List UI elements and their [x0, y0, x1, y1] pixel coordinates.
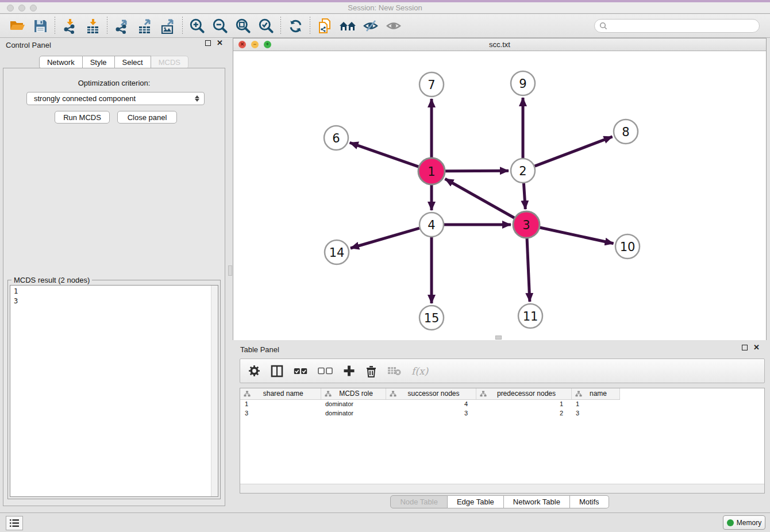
export-table-icon[interactable] — [133, 16, 156, 36]
node-label-3: 3 — [522, 218, 530, 232]
zoom-out-icon[interactable] — [209, 16, 232, 36]
table-cell[interactable]: 4 — [386, 399, 476, 408]
table-row[interactable]: 3dominator323 — [240, 408, 619, 418]
toolbar-separator — [310, 17, 310, 35]
column-header-MCDS-role[interactable]: MCDS role — [321, 388, 386, 399]
tab-network-table[interactable]: Network Table — [504, 495, 570, 508]
disable-all-checkboxes-icon[interactable] — [318, 367, 333, 375]
import-network-icon[interactable] — [58, 16, 81, 36]
export-network-icon[interactable] — [110, 16, 133, 36]
network-graph[interactable]: 7968124314101511 — [233, 51, 766, 340]
toolbar-separator — [280, 17, 281, 35]
zoom-fit-icon[interactable] — [232, 16, 255, 36]
table-cell[interactable]: 3 — [571, 408, 619, 418]
clone-network-icon[interactable] — [313, 16, 336, 36]
hide-panels-eye-icon[interactable] — [359, 16, 382, 36]
column-sort-icon — [244, 391, 251, 397]
tab-select[interactable]: Select — [115, 56, 151, 69]
refresh-icon[interactable] — [284, 16, 307, 36]
close-table-panel-icon[interactable]: ✕ — [753, 345, 760, 350]
edge-3-1[interactable] — [445, 179, 515, 218]
column-label: MCDS role — [332, 390, 386, 398]
mcds-result-text: 1 3 — [10, 286, 218, 307]
table-panel: Table Panel ✕ f(x) shared nameM — [233, 342, 767, 510]
delete-column-trash-icon[interactable] — [365, 365, 377, 377]
tab-node-table[interactable]: Node Table — [390, 495, 448, 508]
tab-network[interactable]: Network — [39, 56, 83, 69]
memory-button[interactable]: Memory — [723, 515, 765, 530]
open-file-icon[interactable] — [6, 16, 29, 36]
main-toolbar — [0, 14, 770, 38]
task-history-button[interactable] — [6, 516, 23, 530]
table-row[interactable]: 1dominator411 — [240, 399, 619, 408]
edge-3-11[interactable] — [527, 238, 530, 302]
table-cell[interactable]: 3 — [240, 408, 321, 418]
column-header-name[interactable]: name — [571, 388, 619, 399]
optimization-criterion-label: Optimization criterion: — [3, 79, 225, 87]
control-panel-title: Control Panel — [6, 41, 51, 49]
node-table[interactable]: shared nameMCDS rolesuccessor nodesprede… — [240, 388, 765, 494]
search-input[interactable] — [607, 22, 759, 30]
table-options-gear-icon[interactable] — [248, 365, 260, 377]
mcds-result-textarea[interactable]: 1 3 — [10, 285, 218, 497]
show-panels-eye-icon[interactable] — [382, 16, 405, 36]
tab-style[interactable]: Style — [83, 56, 115, 69]
column-header-predecessor-nodes[interactable]: predecessor nodes — [476, 388, 571, 399]
node-label-9: 9 — [519, 77, 526, 91]
zoom-selected-icon[interactable] — [255, 16, 278, 36]
table-cell[interactable]: dominator — [321, 399, 386, 408]
app-titlebar: Session: New Session — [0, 0, 770, 14]
save-session-icon[interactable] — [29, 16, 52, 36]
tab-mcds[interactable]: MCDS — [151, 56, 188, 69]
table-hscroll-track[interactable] — [240, 484, 764, 493]
show-column-panel-icon[interactable] — [271, 365, 283, 377]
add-column-icon[interactable] — [343, 365, 355, 377]
table-toolbar: f(x) — [240, 358, 765, 383]
network-canvas[interactable]: 7968124314101511 — [233, 51, 766, 340]
status-bar: Memory — [0, 512, 770, 532]
panel-splitter-handle[interactable] — [228, 265, 232, 276]
column-sort-icon — [390, 391, 396, 397]
node-label-14: 14 — [329, 246, 345, 260]
node-label-2: 2 — [519, 164, 526, 178]
float-panel-icon[interactable] — [205, 40, 211, 46]
run-mcds-button[interactable]: Run MCDS — [55, 111, 110, 124]
close-panel-icon[interactable]: ✕ — [217, 40, 223, 46]
import-table-icon[interactable] — [81, 16, 104, 36]
result-scrollbar[interactable] — [211, 286, 218, 496]
table-panel-title: Table Panel — [240, 345, 279, 354]
edge-1-2[interactable] — [445, 171, 509, 171]
edge-3-10[interactable] — [540, 228, 613, 244]
column-header-shared-name[interactable]: shared name — [240, 388, 321, 399]
table-cell[interactable]: 3 — [386, 408, 476, 418]
edge-1-6[interactable] — [350, 142, 419, 167]
float-table-panel-icon[interactable] — [742, 345, 748, 350]
network-view-window: ✕ − + scc.txt 7968124314101511 — [233, 38, 767, 340]
edge-4-14[interactable] — [351, 228, 419, 248]
column-label: name — [582, 390, 619, 398]
table-cell[interactable]: 1 — [571, 399, 619, 408]
criterion-dropdown[interactable]: strongly connected component — [26, 92, 205, 105]
edge-2-3[interactable] — [523, 183, 525, 209]
edge-2-8[interactable] — [535, 137, 613, 166]
tab-motifs[interactable]: Motifs — [570, 495, 609, 508]
search-field[interactable] — [594, 19, 760, 33]
node-label-8: 8 — [622, 125, 629, 139]
tab-edge-table[interactable]: Edge Table — [448, 495, 504, 508]
canvas-hscroll-thumb[interactable] — [495, 336, 502, 340]
home-layout-icon[interactable] — [336, 16, 359, 36]
close-panel-button[interactable]: Close panel — [117, 111, 177, 124]
column-label: successor nodes — [396, 390, 476, 398]
table-cell[interactable]: dominator — [321, 408, 386, 418]
enable-all-checkboxes-icon[interactable] — [294, 368, 307, 375]
app-title: Session: New Session — [0, 3, 770, 12]
table-cell[interactable]: 1 — [240, 399, 321, 408]
node-label-7: 7 — [428, 78, 435, 92]
network-window-titlebar[interactable]: ✕ − + scc.txt — [233, 38, 766, 51]
zoom-in-icon[interactable] — [186, 16, 209, 36]
table-cell[interactable]: 1 — [476, 399, 571, 408]
node-label-15: 15 — [424, 311, 440, 325]
column-header-successor-nodes[interactable]: successor nodes — [386, 388, 476, 399]
table-cell[interactable]: 2 — [476, 408, 571, 418]
export-image-icon[interactable] — [156, 16, 179, 36]
